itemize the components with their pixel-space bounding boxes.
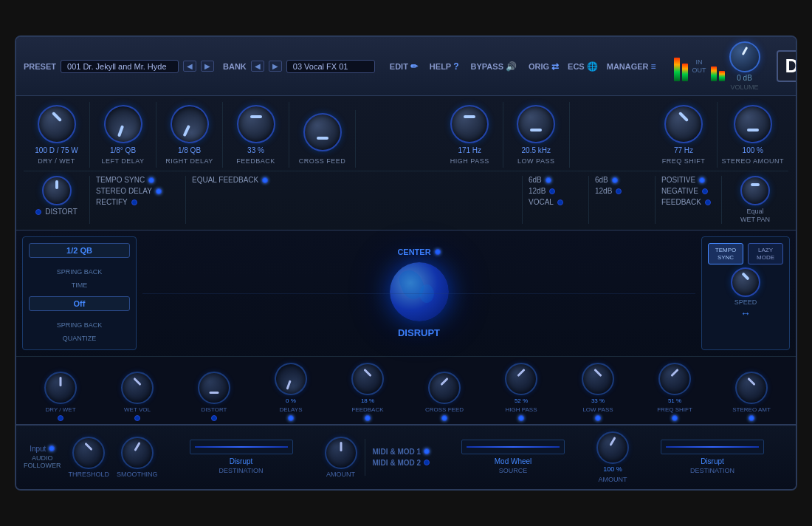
midi-mod2-led[interactable]: [424, 460, 430, 465]
amount-knob[interactable]: [325, 437, 357, 469]
preset-prev-btn[interactable]: ◀: [183, 61, 196, 72]
hp-12db-toggle[interactable]: 12dB: [529, 187, 582, 195]
left-delay-knob[interactable]: [98, 100, 148, 149]
low-pass-knob[interactable]: [517, 105, 555, 143]
source-bar[interactable]: [461, 440, 565, 454]
speed-arrow-icon: ↔: [740, 307, 751, 319]
bk-delays-name: DELAYS: [280, 406, 303, 413]
distort-toggle[interactable]: DISTORT: [35, 208, 78, 216]
bypass-button[interactable]: BYPASS 🔊: [471, 61, 517, 72]
bk-stereo-amt-knob[interactable]: [735, 372, 768, 404]
bk-freq-shift-knob[interactable]: [658, 363, 691, 395]
edit-button[interactable]: EDIT ✏: [390, 61, 418, 72]
toggle-section-sync: TEMPO SYNC STEREO DELAY RECTIFY: [90, 176, 186, 224]
freq-shift-value: 77 Hz: [674, 146, 693, 154]
tempo-sync-toggle[interactable]: TEMPO SYNC: [96, 176, 179, 184]
hp-6db-toggle[interactable]: 6dB: [529, 176, 582, 184]
wet-pan-label: EqualWET PAN: [740, 208, 770, 224]
feedback-toggle[interactable]: FEEDBACK: [661, 198, 715, 206]
midi-mod1-led[interactable]: [424, 448, 430, 454]
lp-6db-toggle[interactable]: 6dB: [595, 176, 649, 184]
low-pass-value: 20.5 kHz: [522, 146, 551, 154]
orig-icon: ⇄: [551, 61, 559, 72]
orig-button[interactable]: ORIG ⇄: [529, 61, 559, 72]
dry-wet-knob[interactable]: [38, 105, 76, 143]
positive-toggle[interactable]: POSITIVE: [661, 176, 715, 184]
disrupt-inner: 1/2 QB SPRING BACKTIME Off SPRING BACKQU…: [16, 230, 796, 356]
speed-knob[interactable]: [731, 267, 760, 297]
lp-12db-toggle[interactable]: 12dB: [595, 187, 649, 195]
bk-low-pass-led: [595, 415, 601, 421]
destination2-value: Disrupt: [701, 457, 724, 465]
threshold-knob[interactable]: [72, 437, 105, 469]
manager-button[interactable]: MANAGER ≡: [607, 61, 656, 72]
freq-shift-knob[interactable]: [664, 105, 703, 143]
rectify-toggle[interactable]: RECTIFY: [96, 198, 179, 206]
brand-del: DEL: [785, 55, 797, 78]
stereo-delay-toggle[interactable]: STEREO DELAY: [96, 187, 179, 195]
tempo-sync-btn[interactable]: TEMPOSYNC: [708, 243, 743, 264]
tempo-sync-label: TEMPO SYNC: [96, 176, 145, 184]
vocal-toggle[interactable]: VOCAL: [529, 198, 582, 206]
volume-knob[interactable]: [729, 41, 760, 72]
plugin-container: PRESET 001 Dr. Jekyll and Mr. Hyde ◀ ▶ B…: [15, 35, 797, 490]
high-pass-value: 171 Hz: [458, 146, 481, 154]
destination1-bar[interactable]: [190, 440, 293, 454]
right-delay-knob[interactable]: [164, 99, 215, 150]
bk-wet-vol-knob[interactable]: [121, 372, 154, 404]
distort-knob[interactable]: [42, 176, 72, 205]
bk-cross-feed-name: CROSS FEED: [425, 406, 464, 413]
bottom-knob-high-pass: 52 % HIGH PASS: [483, 361, 560, 423]
preset-next-btn[interactable]: ▶: [201, 61, 214, 72]
header: PRESET 001 Dr. Jekyll and Mr. Hyde ◀ ▶ B…: [16, 37, 796, 96]
negative-toggle[interactable]: NEGATIVE: [661, 187, 715, 195]
brand-logo: DEL SANE: [777, 50, 797, 82]
bottom-knob-freq-shift: 51 % FREQ SHIFT: [636, 361, 713, 423]
high-pass-knob[interactable]: [450, 105, 489, 143]
source-label: SOURCE: [499, 467, 528, 474]
ecs-button[interactable]: ECS 🌐: [568, 61, 598, 72]
disrupt-label[interactable]: DISRUPT: [398, 327, 440, 338]
bk-high-pass-knob[interactable]: [505, 363, 537, 395]
spring-back-quantize-box[interactable]: Off: [29, 296, 130, 311]
equal-feedback-label: EQUAL FEEDBACK: [192, 176, 258, 184]
freq-shift-name: FREQ SHIFT: [662, 157, 706, 165]
stereo-amount-value: 100 %: [743, 146, 763, 154]
midi-mod2-label: MIDI & MOD 2: [373, 459, 422, 467]
bank-prev-btn[interactable]: ◀: [251, 61, 264, 72]
wet-pan-knob[interactable]: [740, 176, 770, 205]
bk-cross-feed-knob[interactable]: [428, 372, 461, 404]
preset-value[interactable]: 001 Dr. Jekyll and Mr. Hyde: [61, 60, 179, 73]
bank-next-btn[interactable]: ▶: [269, 61, 282, 72]
bk-delays-knob[interactable]: [270, 358, 312, 400]
bank-label: BANK: [223, 62, 247, 71]
bottom-knob-dry-wet: DRY / WET: [22, 370, 99, 423]
lazy-mode-btn[interactable]: LAZYMODE: [748, 243, 783, 264]
bk-distort-knob[interactable]: [198, 372, 230, 404]
bk-freq-shift-value: 51 %: [668, 397, 681, 404]
globe-sphere[interactable]: [390, 262, 449, 321]
ecs-icon: 🌐: [587, 61, 598, 72]
feedback-knob[interactable]: [237, 105, 275, 143]
audio-follower-led[interactable]: [49, 445, 55, 451]
disrupt-right-panel: TEMPOSYNC LAZYMODE SPEED ↔: [701, 236, 790, 350]
spring-back-time-box[interactable]: 1/2 QB: [29, 243, 130, 258]
cross-feed-knob[interactable]: [303, 113, 342, 151]
out-label: OUT: [692, 66, 706, 74]
bk-dry-wet-knob[interactable]: [44, 372, 77, 404]
bk-dry-wet-led: [58, 415, 63, 421]
smoothing-label: SMOOTHING: [117, 471, 158, 478]
knob-cell-stereo-amount: 100 % STEREO AMOUNT: [718, 102, 789, 168]
help-button[interactable]: HELP ?: [430, 61, 459, 72]
lp-6db-led: [612, 177, 618, 183]
stereo-amount-knob[interactable]: [734, 105, 772, 143]
bottom-knob-cross-feed: CROSS FEED: [406, 370, 483, 423]
bk-feedback-knob[interactable]: [351, 363, 384, 395]
destination2-bar[interactable]: [661, 440, 764, 454]
equal-feedback-toggle[interactable]: EQUAL FEEDBACK: [192, 176, 516, 184]
amount2-knob[interactable]: [596, 431, 629, 464]
bk-low-pass-knob[interactable]: [582, 363, 614, 395]
vu-bar-out: [711, 66, 717, 81]
smoothing-knob[interactable]: [121, 437, 154, 469]
bank-value[interactable]: 03 Vocal FX 01: [286, 60, 375, 73]
